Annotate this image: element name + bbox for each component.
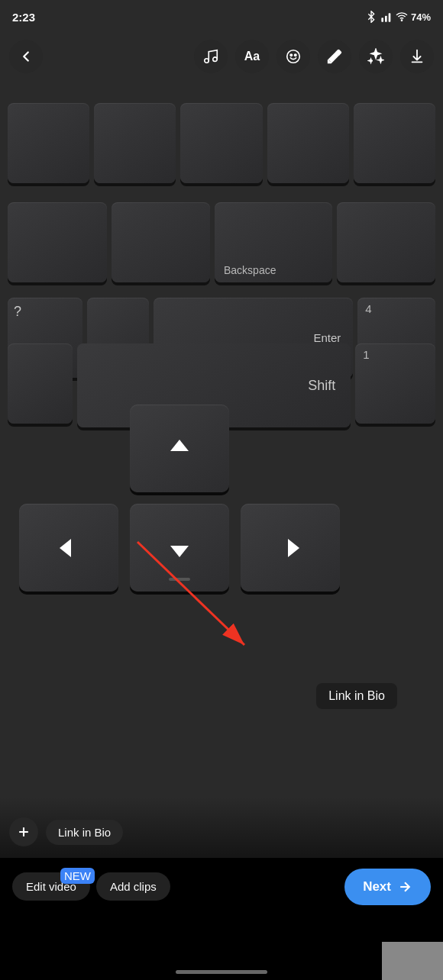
keyboard-photo: Backspace ? Enter 4 Shift 1 xyxy=(0,0,443,858)
keyboard-background: Backspace ? Enter 4 Shift 1 xyxy=(0,0,443,858)
download-icon xyxy=(409,48,425,65)
battery-text: 74% xyxy=(411,11,431,23)
svg-point-5 xyxy=(213,57,218,62)
shift-label: Shift xyxy=(308,378,335,394)
key-arrow-up xyxy=(130,405,229,492)
text-button[interactable]: Aa xyxy=(235,40,269,73)
arrow-left-icon xyxy=(55,534,82,562)
bottom-left-actions: Edit video NEW Add clips xyxy=(12,872,170,901)
key-decoration xyxy=(169,578,190,581)
sticker-button[interactable] xyxy=(276,40,310,73)
draw-icon xyxy=(326,48,343,65)
music-icon xyxy=(202,48,219,65)
gray-box-partial xyxy=(382,942,443,980)
home-indicator xyxy=(176,970,267,974)
key-3 xyxy=(180,103,262,183)
backspace-label: Backspace xyxy=(224,264,276,276)
arrow-down-icon xyxy=(166,534,193,562)
key-5 xyxy=(354,103,435,183)
sparkles-icon xyxy=(367,48,384,65)
tag-label: Link in Bio xyxy=(58,826,111,839)
new-badge: NEW xyxy=(60,868,95,884)
status-bar: 2:23 74% xyxy=(0,0,443,34)
signal-icon xyxy=(380,11,393,23)
key-6 xyxy=(8,202,107,282)
download-button[interactable] xyxy=(400,40,434,73)
wifi-icon xyxy=(396,11,408,23)
key-row-1 xyxy=(0,103,443,183)
plus-icon xyxy=(16,824,31,840)
key-num1: 1 xyxy=(355,343,435,424)
effects-button[interactable] xyxy=(359,40,393,73)
svg-rect-2 xyxy=(389,13,391,21)
sticker-icon xyxy=(285,48,302,65)
status-icons: 74% xyxy=(365,11,431,23)
toolbar-icons: Aa xyxy=(194,40,434,73)
add-tag-button[interactable] xyxy=(9,817,38,846)
svg-point-7 xyxy=(290,54,292,56)
svg-point-6 xyxy=(287,50,300,63)
next-button[interactable]: Next xyxy=(344,869,431,905)
enter-label: Enter xyxy=(313,331,341,344)
next-arrow-icon xyxy=(397,879,412,895)
back-button[interactable] xyxy=(9,40,43,73)
edit-video-button[interactable]: Edit video NEW xyxy=(12,872,90,901)
key-row-2: Backspace xyxy=(0,202,443,282)
key-8: Backspace xyxy=(215,202,332,282)
add-clips-button[interactable]: Add clips xyxy=(96,872,170,901)
svg-point-3 xyxy=(401,20,402,21)
key-7 xyxy=(112,202,211,282)
key-2 xyxy=(94,103,176,183)
status-time: 2:23 xyxy=(12,11,35,24)
next-label: Next xyxy=(363,879,391,895)
music-button[interactable] xyxy=(194,40,228,73)
text-icon-label: Aa xyxy=(244,50,260,63)
key-9 xyxy=(337,202,436,282)
arrow-right-icon xyxy=(276,534,304,562)
key-arrow-right xyxy=(241,504,340,592)
link-in-bio-tooltip: Link in Bio xyxy=(316,683,397,709)
draw-button[interactable] xyxy=(318,40,351,73)
bluetooth-icon xyxy=(365,11,377,23)
arrow-up-icon xyxy=(166,435,193,463)
key-shift-left xyxy=(8,343,73,424)
back-icon xyxy=(18,48,34,65)
top-toolbar: Aa xyxy=(0,34,443,79)
tooltip-text: Link in Bio xyxy=(328,689,385,702)
svg-point-4 xyxy=(205,59,209,63)
link-in-bio-tag[interactable]: Link in Bio xyxy=(46,820,123,845)
bottom-bar: Edit video NEW Add clips Next xyxy=(0,858,443,915)
key-4 xyxy=(267,103,349,183)
bottom-tags: Link in Bio xyxy=(9,817,123,846)
add-clips-label: Add clips xyxy=(110,880,157,893)
key-1 xyxy=(8,103,89,183)
svg-point-8 xyxy=(295,54,296,56)
key-arrow-left xyxy=(19,504,118,592)
key-arrow-down xyxy=(130,504,229,592)
svg-rect-1 xyxy=(385,16,387,22)
svg-rect-0 xyxy=(381,18,383,21)
